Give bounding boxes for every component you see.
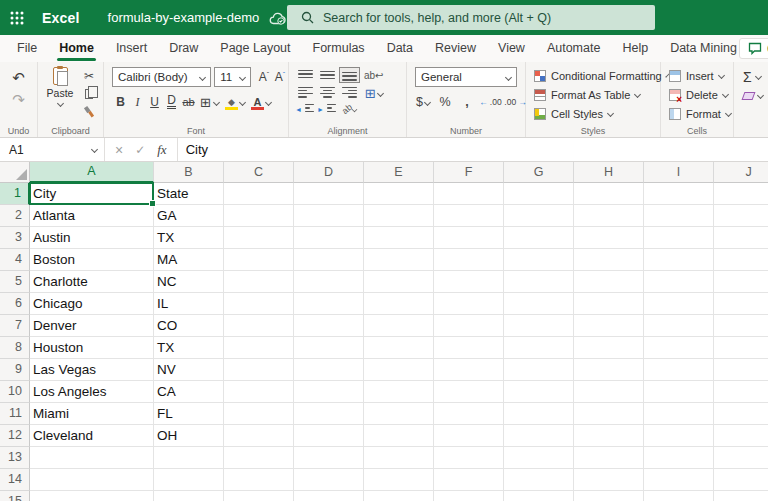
cell-C11[interactable] — [224, 403, 294, 425]
font-name-select[interactable]: Calibri (Body) — [112, 67, 211, 87]
column-header-b[interactable]: B — [154, 162, 224, 183]
cell-B6[interactable]: IL — [154, 293, 224, 315]
column-header-j[interactable]: J — [714, 162, 768, 183]
cell-A2[interactable]: Atlanta — [30, 205, 154, 227]
row-header-5[interactable]: 5 — [0, 271, 30, 293]
format-painter-button[interactable] — [79, 104, 99, 120]
cut-button[interactable]: ✂ — [79, 68, 99, 84]
cell-A15[interactable] — [30, 491, 154, 501]
menu-tab-automate[interactable]: Automate — [536, 35, 612, 62]
cell-D6[interactable] — [294, 293, 364, 315]
cell-H8[interactable] — [574, 337, 644, 359]
column-header-c[interactable]: C — [224, 162, 294, 183]
merge-center-button[interactable]: ⊞ — [364, 86, 384, 101]
row-header-7[interactable]: 7 — [0, 315, 30, 337]
cell-H9[interactable] — [574, 359, 644, 381]
comma-style-button[interactable]: , — [459, 93, 475, 111]
clear-button[interactable] — [743, 86, 768, 105]
cells-delete-button[interactable]: Delete — [669, 86, 733, 103]
cell-C14[interactable] — [224, 469, 294, 491]
cell-B13[interactable] — [154, 447, 224, 469]
row-header-3[interactable]: 3 — [0, 227, 30, 249]
menu-tab-view[interactable]: View — [487, 35, 536, 62]
cell-F6[interactable] — [434, 293, 504, 315]
cell-I13[interactable] — [644, 447, 714, 469]
column-header-a[interactable]: A — [30, 162, 154, 183]
undo-button[interactable]: ↶ — [0, 67, 37, 89]
cell-I7[interactable] — [644, 315, 714, 337]
cell-I12[interactable] — [644, 425, 714, 447]
cell-H12[interactable] — [574, 425, 644, 447]
borders-chevron-icon[interactable] — [213, 98, 220, 105]
cell-B1[interactable]: State — [154, 183, 224, 205]
cell-J1[interactable] — [714, 183, 768, 205]
row-header-10[interactable]: 10 — [0, 381, 30, 403]
cell-E9[interactable] — [364, 359, 434, 381]
cell-B5[interactable]: NC — [154, 271, 224, 293]
cell-C2[interactable] — [224, 205, 294, 227]
cell-B2[interactable]: GA — [154, 205, 224, 227]
save-status-icon[interactable] — [269, 11, 287, 25]
cell-H2[interactable] — [574, 205, 644, 227]
cell-E3[interactable] — [364, 227, 434, 249]
cell-H11[interactable] — [574, 403, 644, 425]
cell-B11[interactable]: FL — [154, 403, 224, 425]
cell-B12[interactable]: OH — [154, 425, 224, 447]
cell-F12[interactable] — [434, 425, 504, 447]
row-header-1[interactable]: 1 — [0, 183, 30, 205]
align-center-button[interactable] — [317, 84, 338, 100]
cell-C4[interactable] — [224, 249, 294, 271]
cell-D15[interactable] — [294, 491, 364, 501]
cell-G1[interactable] — [504, 183, 574, 205]
cell-G9[interactable] — [504, 359, 574, 381]
cell-H4[interactable] — [574, 249, 644, 271]
cell-A3[interactable]: Austin — [30, 227, 154, 249]
cell-D3[interactable] — [294, 227, 364, 249]
cell-H7[interactable] — [574, 315, 644, 337]
cell-G12[interactable] — [504, 425, 574, 447]
redo-button[interactable]: ↷ — [0, 89, 37, 111]
cell-D8[interactable] — [294, 337, 364, 359]
cell-G11[interactable] — [504, 403, 574, 425]
align-middle-button[interactable] — [317, 67, 338, 83]
increase-font-size-button[interactable]: Aˆ — [256, 68, 272, 86]
column-header-i[interactable]: I — [644, 162, 714, 183]
cell-H3[interactable] — [574, 227, 644, 249]
cell-A1[interactable]: City — [30, 183, 154, 205]
search-input[interactable]: Search for tools, help, and more (Alt + … — [287, 5, 655, 30]
row-header-12[interactable]: 12 — [0, 425, 30, 447]
italic-button[interactable]: I — [129, 93, 146, 111]
bold-button[interactable]: B — [112, 93, 129, 111]
cell-C5[interactable] — [224, 271, 294, 293]
cell-F5[interactable] — [434, 271, 504, 293]
align-left-button[interactable] — [295, 84, 316, 100]
cell-D13[interactable] — [294, 447, 364, 469]
cell-A4[interactable]: Boston — [30, 249, 154, 271]
formula-input[interactable]: City — [178, 138, 768, 161]
cell-E11[interactable] — [364, 403, 434, 425]
cell-B14[interactable] — [154, 469, 224, 491]
decrease-decimal-button[interactable]: .00→ — [506, 93, 525, 111]
strikethrough-button[interactable]: ab — [180, 93, 197, 111]
underline-button[interactable]: U — [146, 93, 163, 111]
styles-cell-styles-button[interactable]: Cell Styles — [534, 105, 660, 122]
column-header-e[interactable]: E — [364, 162, 434, 183]
column-header-d[interactable]: D — [294, 162, 364, 183]
cell-C10[interactable] — [224, 381, 294, 403]
autosum-button[interactable]: Σ — [743, 67, 768, 86]
column-header-h[interactable]: H — [574, 162, 644, 183]
formula-enter-icon[interactable]: ✓ — [135, 143, 145, 157]
cell-A6[interactable]: Chicago — [30, 293, 154, 315]
cell-E2[interactable] — [364, 205, 434, 227]
menu-tab-home[interactable]: Home — [48, 35, 105, 62]
cell-F3[interactable] — [434, 227, 504, 249]
cell-D1[interactable] — [294, 183, 364, 205]
cells-insert-button[interactable]: Insert — [669, 67, 733, 84]
menu-tab-data-mining[interactable]: Data Mining — [659, 35, 748, 62]
accounting-format-button[interactable]: $ — [415, 93, 431, 111]
row-header-15[interactable]: 15 — [0, 491, 30, 501]
cell-G6[interactable] — [504, 293, 574, 315]
cell-F1[interactable] — [434, 183, 504, 205]
cell-I5[interactable] — [644, 271, 714, 293]
cell-I14[interactable] — [644, 469, 714, 491]
